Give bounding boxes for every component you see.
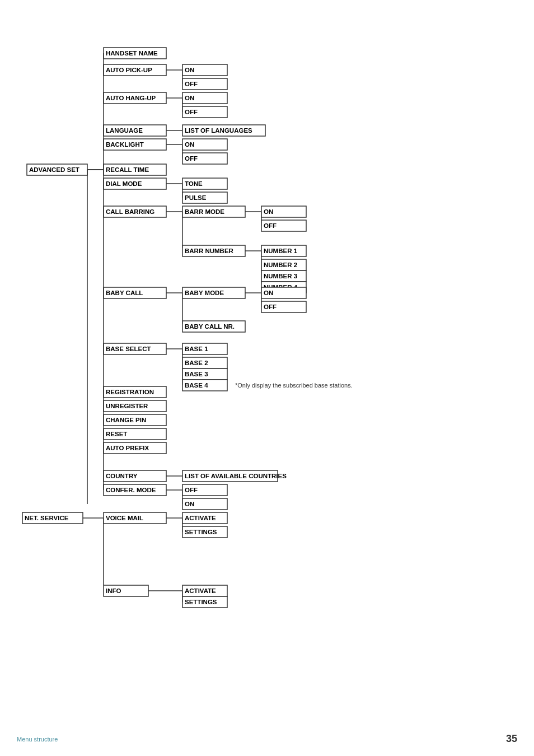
- svg-text:AUTO PREFIX: AUTO PREFIX: [106, 445, 149, 451]
- svg-text:HANDSET NAME: HANDSET NAME: [106, 50, 158, 57]
- svg-text:BASE 2: BASE 2: [185, 360, 208, 366]
- svg-text:OFF: OFF: [185, 155, 198, 162]
- svg-text:UNREGISTER: UNREGISTER: [106, 403, 148, 409]
- svg-text:BASE 3: BASE 3: [185, 371, 208, 377]
- svg-text:OFF: OFF: [264, 304, 277, 310]
- svg-text:REGISTRATION: REGISTRATION: [106, 389, 154, 395]
- svg-text:OFF: OFF: [185, 109, 198, 115]
- svg-text:ON: ON: [185, 67, 194, 73]
- svg-text:SETTINGS: SETTINGS: [185, 529, 217, 535]
- advanced-set-label: ADVANCED SET: [29, 166, 79, 173]
- svg-text:CALL BARRING: CALL BARRING: [106, 208, 154, 215]
- footer: Menu structure 35: [17, 733, 517, 745]
- svg-text:RESET: RESET: [106, 431, 127, 437]
- svg-text:AUTO PICK-UP: AUTO PICK-UP: [106, 67, 152, 73]
- svg-text:CONFER. MODE: CONFER. MODE: [106, 487, 156, 493]
- svg-text:BARR MODE: BARR MODE: [185, 208, 224, 215]
- svg-text:BACKLIGHT: BACKLIGHT: [106, 141, 144, 148]
- svg-text:ON: ON: [185, 95, 194, 101]
- svg-text:BASE 4: BASE 4: [185, 382, 208, 389]
- svg-text:LANGUAGE: LANGUAGE: [106, 127, 143, 134]
- net-service-label: NET. SERVICE: [25, 515, 69, 521]
- svg-text:BABY CALL NR.: BABY CALL NR.: [185, 323, 235, 330]
- page-number: 35: [506, 733, 517, 745]
- svg-text:NUMBER 3: NUMBER 3: [264, 273, 297, 279]
- svg-text:ON: ON: [185, 141, 194, 148]
- svg-text:LIST OF LANGUAGES: LIST OF LANGUAGES: [185, 127, 252, 134]
- svg-text:BABY CALL: BABY CALL: [106, 290, 143, 296]
- svg-text:NUMBER 1: NUMBER 1: [264, 248, 298, 254]
- svg-text:BABY MODE: BABY MODE: [185, 290, 224, 296]
- svg-text:TONE: TONE: [185, 180, 203, 187]
- page-container: .box { fill: white; stroke: #333; stroke…: [0, 0, 534, 756]
- svg-text:NUMBER 2: NUMBER 2: [264, 262, 297, 268]
- svg-text:BASE SELECT: BASE SELECT: [106, 346, 151, 352]
- svg-text:ON: ON: [264, 290, 273, 296]
- svg-text:LIST OF AVAILABLE COUNTRIES: LIST OF AVAILABLE COUNTRIES: [185, 473, 287, 479]
- svg-text:BASE 1: BASE 1: [185, 346, 208, 352]
- svg-text:DIAL MODE: DIAL MODE: [106, 180, 142, 187]
- svg-text:ACTIVATE: ACTIVATE: [185, 587, 216, 594]
- svg-text:SETTINGS: SETTINGS: [185, 599, 217, 605]
- country-label: COUNTRY: [106, 473, 138, 479]
- footer-label: Menu structure: [17, 736, 58, 743]
- svg-text:ON: ON: [185, 501, 194, 507]
- svg-text:AUTO HANG-UP: AUTO HANG-UP: [106, 95, 156, 101]
- svg-text:ON: ON: [264, 208, 273, 215]
- menu-diagram: .box { fill: white; stroke: #333; stroke…: [17, 25, 532, 725]
- svg-text:CHANGE PIN: CHANGE PIN: [106, 417, 146, 423]
- recall-time-label: RECALL TIME: [106, 166, 149, 173]
- svg-text:INFO: INFO: [106, 587, 121, 594]
- svg-text:OFF: OFF: [264, 222, 277, 229]
- svg-text:PULSE: PULSE: [185, 194, 207, 201]
- svg-text:VOICE MAIL: VOICE MAIL: [106, 515, 143, 521]
- svg-text:OFF: OFF: [185, 487, 198, 493]
- svg-text:OFF: OFF: [185, 81, 198, 87]
- svg-text:ACTIVATE: ACTIVATE: [185, 515, 216, 521]
- svg-text:*Only display the subscribed b: *Only display the subscribed base statio…: [235, 382, 353, 389]
- svg-text:BARR NUMBER: BARR NUMBER: [185, 248, 234, 254]
